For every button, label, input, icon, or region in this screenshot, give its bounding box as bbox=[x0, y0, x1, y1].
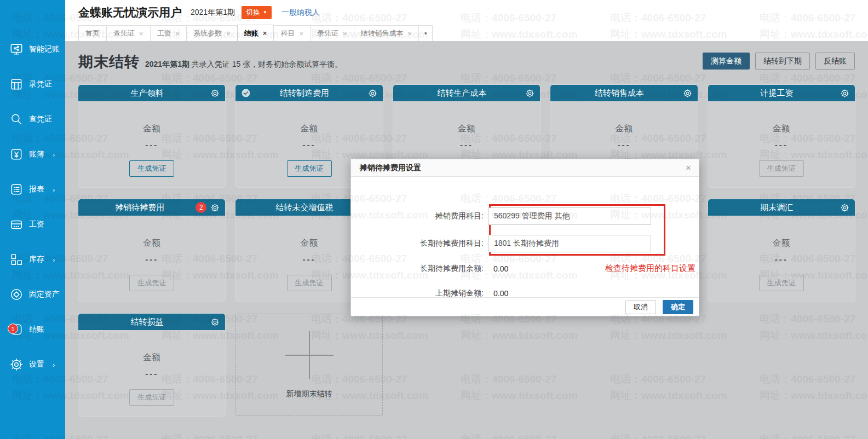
chevron-right-icon: › bbox=[53, 361, 55, 369]
dialog-title: 摊销待摊费用设置 bbox=[360, 163, 686, 173]
close-icon[interactable]: × bbox=[343, 30, 347, 38]
tab-cogs-carryover[interactable]: 结转销售成本× bbox=[354, 25, 419, 41]
sidebar-item-fixed-assets[interactable]: 固定资产 bbox=[0, 277, 65, 312]
tab-bar: 首页 查凭证× 工资× 系统参数× 结账× 科目× 录凭证× 结转销售成本× ▼ bbox=[65, 25, 868, 41]
reverse-closing-button[interactable]: 反结账 bbox=[815, 53, 855, 70]
card-count-badge: 2 bbox=[196, 202, 206, 213]
gear-icon[interactable] bbox=[840, 89, 849, 98]
calculate-amount-button[interactable]: 测算金额 bbox=[703, 53, 750, 70]
gear-icon[interactable] bbox=[368, 89, 377, 98]
amount-value: --- bbox=[775, 255, 788, 264]
current-period: 2021年第1期 bbox=[191, 8, 235, 18]
sidebar-item-voucher-search[interactable]: 查凭证 bbox=[0, 102, 65, 137]
generate-voucher-button[interactable]: 生成凭证 bbox=[759, 275, 804, 291]
generate-voucher-button[interactable]: 生成凭证 bbox=[287, 160, 332, 177]
amount-value: --- bbox=[460, 140, 473, 149]
page-summary: 共录入凭证 15 张，财务初始余额试算平衡。 bbox=[192, 60, 342, 68]
payroll-icon bbox=[9, 217, 24, 232]
close-icon[interactable]: × bbox=[139, 30, 143, 38]
close-icon[interactable]: × bbox=[299, 30, 303, 38]
carry-forward-button[interactable]: 结转到下期 bbox=[755, 53, 810, 70]
sidebar-item-label: 结账 bbox=[29, 325, 44, 334]
long-term-balance-label: 长期待摊费用余额: bbox=[351, 264, 488, 274]
sidebar-item-closing[interactable]: 1 结账 bbox=[0, 312, 65, 347]
generate-voucher-button[interactable]: 生成凭证 bbox=[129, 389, 174, 406]
cancel-button[interactable]: 取消 bbox=[625, 300, 656, 314]
report-icon bbox=[9, 182, 24, 197]
sidebar-item-ledger[interactable]: 账簿 › bbox=[0, 137, 65, 172]
page-header: 期末结转 2021年第1期 共录入凭证 15 张，财务初始余额试算平衡。 测算金… bbox=[78, 52, 855, 72]
voucher-search-icon bbox=[9, 112, 24, 127]
long-term-account-input[interactable] bbox=[488, 235, 651, 252]
sidebar: 智能记账 录凭证 查凭证 账簿 › 报表 › bbox=[0, 0, 65, 439]
add-carryover-card[interactable]: 新增期末结转 bbox=[235, 314, 382, 416]
generate-voucher-button[interactable]: 生成凭证 bbox=[759, 160, 804, 177]
card-production-material: 生产领料 金额 --- 生成凭证 bbox=[78, 85, 225, 187]
tab-home[interactable]: 首页 bbox=[78, 25, 107, 41]
generate-voucher-button[interactable]: 生成凭证 bbox=[129, 275, 174, 291]
annotation-text: 检查待摊费用的科目设置 bbox=[605, 263, 695, 274]
sidebar-item-label: 查凭证 bbox=[29, 114, 52, 124]
close-icon[interactable]: × bbox=[686, 163, 691, 172]
ledger-icon bbox=[9, 147, 24, 162]
plus-icon bbox=[285, 331, 334, 379]
tab-payroll[interactable]: 工资× bbox=[150, 25, 187, 41]
card-fx-adjustment: 期末调汇 金额 --- 生成凭证 bbox=[708, 199, 855, 302]
card-payroll-accrual: 计提工资 金额 --- 生成凭证 bbox=[708, 85, 855, 187]
check-circle-icon bbox=[241, 88, 251, 98]
sidebar-item-voucher-entry[interactable]: 录凭证 bbox=[0, 67, 65, 102]
gear-icon[interactable] bbox=[210, 89, 220, 98]
close-icon[interactable]: × bbox=[226, 30, 231, 38]
sidebar-item-smart-bookkeeping[interactable]: 智能记账 bbox=[0, 32, 65, 67]
amount-label: 金额 bbox=[773, 123, 790, 135]
sidebar-item-label: 设置 bbox=[29, 360, 44, 369]
amount-value: --- bbox=[145, 255, 158, 264]
closing-icon: 1 bbox=[9, 322, 24, 337]
close-icon[interactable]: × bbox=[408, 30, 412, 38]
amount-label: 金额 bbox=[458, 123, 475, 135]
confirm-button[interactable]: 确定 bbox=[663, 300, 693, 314]
generate-voucher-button[interactable]: 生成凭证 bbox=[287, 275, 332, 291]
taxpayer-type-link[interactable]: 一般纳税人 bbox=[281, 8, 320, 18]
amount-label: 金额 bbox=[301, 123, 318, 135]
tab-overflow-dropdown[interactable]: ▼ bbox=[418, 25, 433, 41]
tab-accounts[interactable]: 科目× bbox=[273, 25, 311, 41]
top-header: 金蝶账无忧演示用户 2021年第1期 切换 ▼ 一般纳税人 bbox=[65, 0, 868, 25]
amortization-account-input[interactable] bbox=[488, 207, 651, 225]
switch-period-button[interactable]: 切换 ▼ bbox=[242, 6, 272, 19]
sidebar-item-inventory[interactable]: 库存 › bbox=[0, 242, 65, 277]
tab-voucher-entry[interactable]: 录凭证× bbox=[310, 25, 354, 41]
gear-icon[interactable] bbox=[210, 317, 220, 327]
closing-badge: 1 bbox=[8, 324, 18, 334]
settings-icon bbox=[9, 357, 24, 372]
sidebar-item-settings[interactable]: 设置 › bbox=[0, 347, 65, 382]
amount-label: 金额 bbox=[615, 123, 633, 135]
close-icon[interactable]: × bbox=[176, 30, 180, 38]
prev-amortized-label: 上期摊销金额: bbox=[351, 288, 488, 298]
amount-label: 金额 bbox=[301, 238, 318, 249]
page-period: 2021年第1期 bbox=[145, 60, 189, 68]
tab-voucher-search[interactable]: 查凭证× bbox=[106, 25, 151, 41]
tab-closing[interactable]: 结账× bbox=[237, 25, 274, 41]
page-title: 期末结转 bbox=[78, 52, 140, 72]
card-title: 结转未交增值税 bbox=[241, 203, 367, 213]
sidebar-item-payroll[interactable]: 工资 bbox=[0, 207, 65, 242]
gear-icon[interactable] bbox=[210, 203, 220, 212]
close-icon[interactable]: × bbox=[263, 29, 267, 37]
amount-value: --- bbox=[775, 140, 788, 149]
gear-icon[interactable] bbox=[840, 203, 849, 212]
card-title: 计提工资 bbox=[714, 88, 840, 99]
amount-label: 金额 bbox=[143, 352, 160, 363]
generate-voucher-button[interactable]: 生成凭证 bbox=[129, 160, 174, 177]
gear-icon[interactable] bbox=[525, 89, 534, 98]
caret-down-icon: ▼ bbox=[263, 10, 267, 15]
card-title: 结转制造费用 bbox=[241, 88, 367, 99]
amount-value: --- bbox=[303, 255, 316, 264]
sidebar-item-reports[interactable]: 报表 › bbox=[0, 172, 65, 207]
account-set-title: 金蝶账无忧演示用户 bbox=[78, 5, 182, 20]
tab-system-params[interactable]: 系统参数× bbox=[186, 25, 238, 41]
gear-icon[interactable] bbox=[683, 89, 692, 98]
amortization-settings-dialog: 摊销待摊费用设置 × 摊销费用科目: 长期待摊费用科目: 长期待摊费用余额: 0… bbox=[350, 159, 699, 316]
sidebar-item-label: 工资 bbox=[29, 220, 44, 229]
amount-value: --- bbox=[303, 140, 316, 149]
